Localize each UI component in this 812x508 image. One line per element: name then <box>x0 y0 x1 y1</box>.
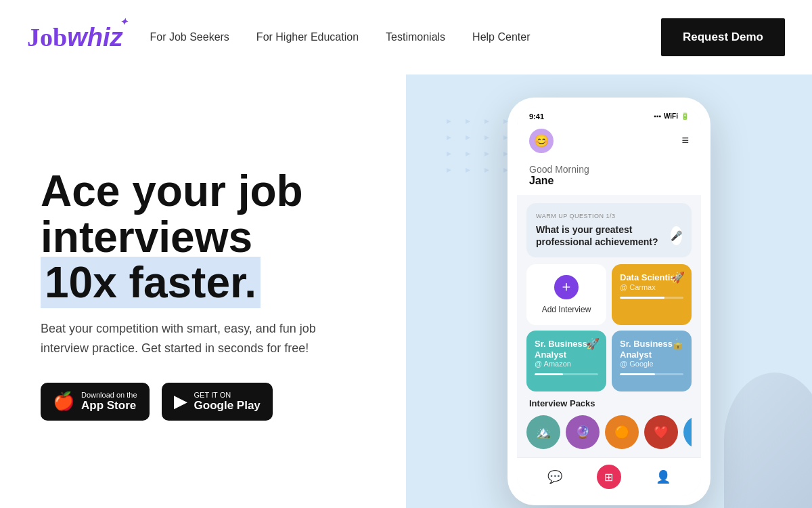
nav-for-job-seekers[interactable]: For Job Seekers <box>150 31 229 43</box>
hero-line2: interviews <box>41 213 252 261</box>
job-card-0-progress-fill <box>620 297 664 299</box>
job-card-0[interactable]: 🚀 Data Scientist @ Carmax <box>612 264 692 325</box>
pack-1[interactable]: 🔮 <box>566 415 600 449</box>
nav-links: For Job Seekers For Higher Education Tes… <box>150 31 661 43</box>
phone-header: 😊 ≡ <box>517 123 701 161</box>
phone-body: 9:41 ▪▪▪ WiFi 🔋 😊 ≡ Good M <box>508 98 710 505</box>
hero-panel: Ace your job interviews 10x faster. Beat… <box>0 75 406 508</box>
greeting-text: Good Morning <box>529 164 689 175</box>
menu-icon[interactable]: ≡ <box>681 133 689 148</box>
logo[interactable]: Job whiz <box>27 22 122 52</box>
hero-line3: 10x faster. <box>41 257 261 308</box>
logo-job-text: Job <box>27 22 67 52</box>
google-play-label-big: Google Play <box>194 399 261 412</box>
hero-subtext: Beat your competition with smart, easy, … <box>41 319 365 358</box>
warmup-row: What is your greatest professional achie… <box>536 224 682 248</box>
chat-icon[interactable]: 💬 <box>547 469 562 484</box>
app-store-button[interactable]: 🍎 Download on the App Store <box>41 383 150 421</box>
app-store-label-big: App Store <box>81 399 137 412</box>
nav-for-higher-education[interactable]: For Higher Education <box>256 31 359 43</box>
pack-3[interactable]: ❤️ <box>644 415 678 449</box>
rocket-icon-1: 🚀 <box>586 337 600 350</box>
google-play-text: GET IT ON Google Play <box>194 391 261 412</box>
google-play-label-small: GET IT ON <box>194 391 261 399</box>
phone-time: 9:41 <box>529 112 544 121</box>
rocket-icon-0: 🚀 <box>671 271 685 284</box>
nav-testimonials[interactable]: Testimonials <box>386 31 445 43</box>
google-play-icon: ▶ <box>174 391 187 412</box>
job-card-2[interactable]: 🔒 Sr. Business Analyst @ Google <box>612 331 692 391</box>
packs-row: 🏔️ 🔮 🟠 ❤️ 👑 <box>526 415 692 449</box>
interview-cards-grid: + Add Interview 🚀 Data Scientist @ Carma… <box>526 264 692 391</box>
warmup-card[interactable]: WARM UP QUESTION 1/3 What is your greate… <box>526 203 692 257</box>
battery-icon: 🔋 <box>681 112 689 120</box>
avatar: 😊 <box>529 129 554 153</box>
phone-greeting: Good Morning Jane <box>517 161 701 195</box>
phone-main-body: WARM UP QUESTION 1/3 What is your greate… <box>517 195 701 457</box>
pack-4[interactable]: 👑 <box>683 415 692 449</box>
job-card-0-company: @ Carmax <box>620 283 683 291</box>
google-play-button[interactable]: ▶ GET IT ON Google Play <box>162 383 273 421</box>
profile-icon[interactable]: 👤 <box>656 469 671 484</box>
logo-whiz-text: whiz <box>67 23 122 52</box>
mic-icon[interactable]: 🎤 <box>671 226 682 245</box>
navbar: Job whiz For Job Seekers For Higher Educ… <box>0 0 812 75</box>
warmup-label: WARM UP QUESTION 1/3 <box>536 213 682 219</box>
phone-bottom-nav: 💬 ⊞ 👤 <box>517 457 701 496</box>
phone-screen: 9:41 ▪▪▪ WiFi 🔋 😊 ≡ Good M <box>517 107 701 496</box>
interview-packs-label: Interview Packs <box>526 398 692 408</box>
hero-line1: Ace your job <box>41 167 303 215</box>
pack-2[interactable]: 🟠 <box>605 415 639 449</box>
add-interview-label: Add Interview <box>542 305 591 314</box>
job-card-0-progress <box>620 297 683 299</box>
right-panel: ▸▸▸▸▸ ▸▸▸▸▸ ▸▸▸▸▸ ▸▸▸▸▸ 9:41 ▪▪▪ WiFi 🔋 <box>406 75 812 508</box>
job-card-2-company: @ Google <box>620 360 683 368</box>
phone-status-bar: 9:41 ▪▪▪ WiFi 🔋 <box>517 107 701 123</box>
phone-status-icons: ▪▪▪ WiFi 🔋 <box>654 112 689 120</box>
deco-bottom-right <box>724 373 812 508</box>
store-buttons: 🍎 Download on the App Store ▶ GET IT ON … <box>41 383 379 421</box>
job-card-1[interactable]: 🚀 Sr. Business Analyst @ Amazon <box>526 331 606 391</box>
add-icon: + <box>554 275 579 299</box>
request-demo-button[interactable]: Request Demo <box>661 18 785 56</box>
job-card-2-progress <box>620 373 683 375</box>
add-interview-card[interactable]: + Add Interview <box>526 264 606 325</box>
pack-0[interactable]: 🏔️ <box>526 415 560 449</box>
app-store-label-small: Download on the <box>81 391 137 399</box>
hero-headline: Ace your job interviews 10x faster. <box>41 169 379 305</box>
signal-icon: ▪▪▪ <box>654 112 661 120</box>
apple-icon: 🍎 <box>53 391 74 412</box>
warmup-question: What is your greatest professional achie… <box>536 224 671 248</box>
main-content: Ace your job interviews 10x faster. Beat… <box>0 75 812 508</box>
job-card-2-progress-fill <box>620 373 655 375</box>
lock-icon-2: 🔒 <box>671 337 685 350</box>
greeting-name: Jane <box>529 175 689 187</box>
job-card-1-company: @ Amazon <box>535 360 598 368</box>
wifi-icon: WiFi <box>664 112 678 120</box>
job-card-1-progress-fill <box>535 373 563 375</box>
phone-mockup: 9:41 ▪▪▪ WiFi 🔋 😊 ≡ Good M <box>508 98 710 505</box>
nav-help-center[interactable]: Help Center <box>472 31 530 43</box>
app-store-text: Download on the App Store <box>81 391 137 412</box>
grid-icon[interactable]: ⊞ <box>597 465 621 489</box>
job-card-1-progress <box>535 373 598 375</box>
